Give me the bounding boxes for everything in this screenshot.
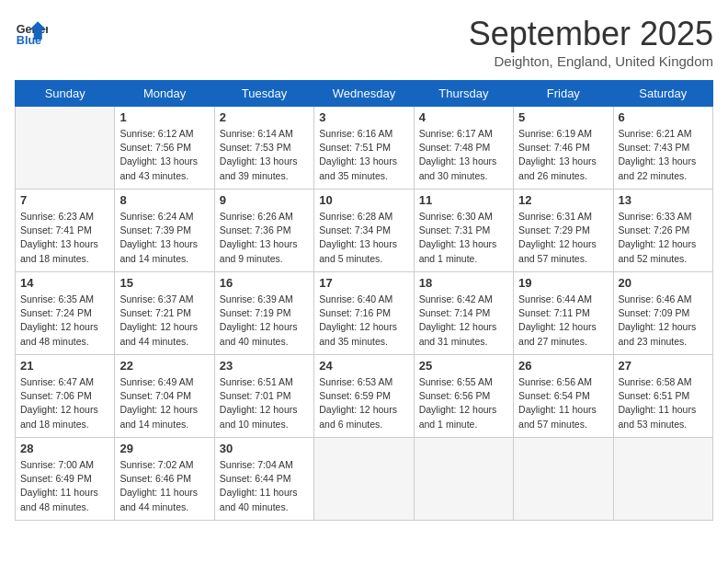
day-number: 3 <box>319 110 408 124</box>
calendar-week-row: 28Sunrise: 7:00 AMSunset: 6:49 PMDayligh… <box>16 438 713 521</box>
day-number: 9 <box>220 193 309 207</box>
day-info: Sunrise: 6:53 AMSunset: 6:59 PMDaylight:… <box>319 375 408 431</box>
weekday-header: Thursday <box>414 81 513 107</box>
day-info: Sunrise: 7:02 AMSunset: 6:46 PMDaylight:… <box>119 458 209 514</box>
day-info: Sunrise: 6:58 AMSunset: 6:51 PMDaylight:… <box>619 375 708 431</box>
calendar-week-row: 1Sunrise: 6:12 AMSunset: 7:56 PMDaylight… <box>16 107 713 190</box>
day-number: 17 <box>319 276 408 290</box>
calendar-cell: 9Sunrise: 6:26 AMSunset: 7:36 PMDaylight… <box>214 190 313 272</box>
day-info: Sunrise: 6:12 AMSunset: 7:56 PMDaylight:… <box>119 127 209 183</box>
day-info: Sunrise: 6:46 AMSunset: 7:09 PMDaylight:… <box>619 293 708 349</box>
day-number: 8 <box>119 193 209 207</box>
title-block: September 2025 Deighton, England, United… <box>469 15 713 69</box>
calendar-cell: 17Sunrise: 6:40 AMSunset: 7:16 PMDayligh… <box>314 272 414 355</box>
calendar-cell <box>514 438 613 521</box>
calendar-cell: 25Sunrise: 6:55 AMSunset: 6:56 PMDayligh… <box>414 355 513 438</box>
calendar-cell: 1Sunrise: 6:12 AMSunset: 7:56 PMDaylight… <box>115 107 214 190</box>
day-info: Sunrise: 6:30 AMSunset: 7:31 PMDaylight:… <box>419 210 508 266</box>
calendar-cell: 28Sunrise: 7:00 AMSunset: 6:49 PMDayligh… <box>16 438 115 521</box>
weekday-header: Tuesday <box>214 81 313 107</box>
day-info: Sunrise: 6:21 AMSunset: 7:43 PMDaylight:… <box>619 127 708 183</box>
calendar-cell <box>314 438 414 521</box>
day-info: Sunrise: 6:26 AMSunset: 7:36 PMDaylight:… <box>220 210 309 266</box>
day-number: 30 <box>220 442 309 455</box>
day-number: 22 <box>119 359 209 373</box>
calendar-cell: 11Sunrise: 6:30 AMSunset: 7:31 PMDayligh… <box>414 190 513 272</box>
calendar-cell: 23Sunrise: 6:51 AMSunset: 7:01 PMDayligh… <box>214 355 313 438</box>
day-number: 18 <box>419 276 508 290</box>
day-number: 28 <box>20 442 109 455</box>
day-info: Sunrise: 6:23 AMSunset: 7:41 PMDaylight:… <box>20 210 109 266</box>
day-number: 21 <box>20 359 109 373</box>
calendar-week-row: 7Sunrise: 6:23 AMSunset: 7:41 PMDaylight… <box>16 190 713 272</box>
calendar-cell: 16Sunrise: 6:39 AMSunset: 7:19 PMDayligh… <box>214 272 313 355</box>
day-info: Sunrise: 6:51 AMSunset: 7:01 PMDaylight:… <box>220 375 309 431</box>
day-info: Sunrise: 6:47 AMSunset: 7:06 PMDaylight:… <box>20 375 109 431</box>
day-number: 16 <box>220 276 309 290</box>
day-number: 23 <box>220 359 309 373</box>
calendar-cell: 12Sunrise: 6:31 AMSunset: 7:29 PMDayligh… <box>514 190 613 272</box>
day-info: Sunrise: 6:35 AMSunset: 7:24 PMDaylight:… <box>20 293 109 349</box>
day-number: 1 <box>119 110 209 124</box>
weekday-header: Friday <box>514 81 613 107</box>
calendar-cell: 6Sunrise: 6:21 AMSunset: 7:43 PMDaylight… <box>613 107 712 190</box>
day-number: 11 <box>419 193 508 207</box>
calendar-cell: 18Sunrise: 6:42 AMSunset: 7:14 PMDayligh… <box>414 272 513 355</box>
calendar-cell: 30Sunrise: 7:04 AMSunset: 6:44 PMDayligh… <box>214 438 313 521</box>
day-info: Sunrise: 6:14 AMSunset: 7:53 PMDaylight:… <box>220 127 309 183</box>
day-info: Sunrise: 6:44 AMSunset: 7:11 PMDaylight:… <box>518 293 608 349</box>
day-number: 2 <box>220 110 309 124</box>
day-number: 7 <box>20 193 109 207</box>
day-number: 26 <box>518 359 608 373</box>
day-info: Sunrise: 7:00 AMSunset: 6:49 PMDaylight:… <box>20 458 109 514</box>
location-subtitle: Deighton, England, United Kingdom <box>469 53 713 69</box>
day-number: 5 <box>518 110 608 124</box>
day-info: Sunrise: 6:17 AMSunset: 7:48 PMDaylight:… <box>419 127 508 183</box>
day-number: 25 <box>419 359 508 373</box>
calendar-cell: 7Sunrise: 6:23 AMSunset: 7:41 PMDaylight… <box>16 190 115 272</box>
day-number: 24 <box>319 359 408 373</box>
calendar-cell: 5Sunrise: 6:19 AMSunset: 7:46 PMDaylight… <box>514 107 613 190</box>
day-number: 14 <box>20 276 109 290</box>
day-number: 27 <box>619 359 708 373</box>
day-info: Sunrise: 6:49 AMSunset: 7:04 PMDaylight:… <box>119 375 209 431</box>
day-info: Sunrise: 6:37 AMSunset: 7:21 PMDaylight:… <box>119 293 209 349</box>
day-info: Sunrise: 6:56 AMSunset: 6:54 PMDaylight:… <box>518 375 608 431</box>
day-info: Sunrise: 6:40 AMSunset: 7:16 PMDaylight:… <box>319 293 408 349</box>
day-number: 10 <box>319 193 408 207</box>
calendar-cell <box>16 107 115 190</box>
day-info: Sunrise: 6:39 AMSunset: 7:19 PMDaylight:… <box>220 293 309 349</box>
calendar-cell: 20Sunrise: 6:46 AMSunset: 7:09 PMDayligh… <box>613 272 712 355</box>
weekday-header: Wednesday <box>314 81 414 107</box>
day-number: 20 <box>619 276 708 290</box>
weekday-header: Saturday <box>613 81 712 107</box>
calendar-cell: 8Sunrise: 6:24 AMSunset: 7:39 PMDaylight… <box>115 190 214 272</box>
month-title: September 2025 <box>469 15 713 53</box>
day-info: Sunrise: 6:55 AMSunset: 6:56 PMDaylight:… <box>419 375 508 431</box>
day-info: Sunrise: 6:16 AMSunset: 7:51 PMDaylight:… <box>319 127 408 183</box>
calendar-cell: 22Sunrise: 6:49 AMSunset: 7:04 PMDayligh… <box>115 355 214 438</box>
calendar-cell <box>613 438 712 521</box>
day-number: 19 <box>518 276 608 290</box>
day-number: 15 <box>119 276 209 290</box>
calendar-cell: 14Sunrise: 6:35 AMSunset: 7:24 PMDayligh… <box>16 272 115 355</box>
day-number: 12 <box>518 193 608 207</box>
calendar-week-row: 14Sunrise: 6:35 AMSunset: 7:24 PMDayligh… <box>16 272 713 355</box>
day-info: Sunrise: 6:42 AMSunset: 7:14 PMDaylight:… <box>419 293 508 349</box>
calendar-cell: 21Sunrise: 6:47 AMSunset: 7:06 PMDayligh… <box>16 355 115 438</box>
calendar-cell: 3Sunrise: 6:16 AMSunset: 7:51 PMDaylight… <box>314 107 414 190</box>
calendar-cell: 29Sunrise: 7:02 AMSunset: 6:46 PMDayligh… <box>115 438 214 521</box>
calendar-cell: 4Sunrise: 6:17 AMSunset: 7:48 PMDaylight… <box>414 107 513 190</box>
day-info: Sunrise: 6:19 AMSunset: 7:46 PMDaylight:… <box>518 127 608 183</box>
calendar-cell: 2Sunrise: 6:14 AMSunset: 7:53 PMDaylight… <box>214 107 313 190</box>
weekday-header: Sunday <box>16 81 115 107</box>
weekday-header: Monday <box>115 81 214 107</box>
calendar-cell: 13Sunrise: 6:33 AMSunset: 7:26 PMDayligh… <box>613 190 712 272</box>
day-info: Sunrise: 6:31 AMSunset: 7:29 PMDaylight:… <box>518 210 608 266</box>
calendar-cell: 26Sunrise: 6:56 AMSunset: 6:54 PMDayligh… <box>514 355 613 438</box>
calendar-cell: 15Sunrise: 6:37 AMSunset: 7:21 PMDayligh… <box>115 272 214 355</box>
calendar-cell: 24Sunrise: 6:53 AMSunset: 6:59 PMDayligh… <box>314 355 414 438</box>
day-number: 13 <box>619 193 708 207</box>
calendar-cell <box>414 438 513 521</box>
logo: General Blue <box>15 15 51 48</box>
